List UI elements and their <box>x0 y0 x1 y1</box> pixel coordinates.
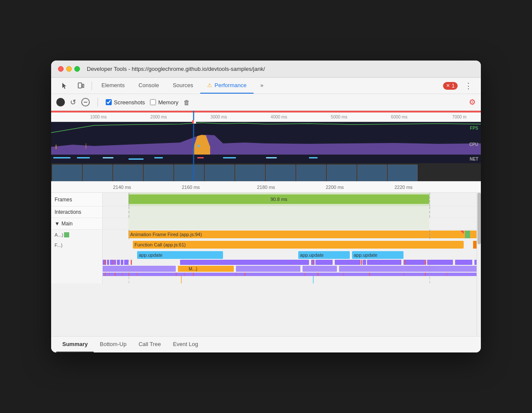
scrollbar-track[interactable] <box>477 193 481 336</box>
svg-rect-5 <box>86 143 86 149</box>
anim-frame-block[interactable]: Animation Frame Fired (app.js:94) <box>128 231 481 238</box>
memory-checkbox[interactable] <box>150 99 156 105</box>
screenshot-thumb <box>327 164 357 182</box>
ruler-mark-6000: 6000 ms <box>391 115 407 119</box>
detail-mark-2140: 2140 ms <box>113 185 131 190</box>
titlebar: Developer Tools - https://googlechrome.g… <box>51 61 481 78</box>
fps-chart <box>51 122 481 134</box>
anim-frame-row: A...) Animation Frame Fired (app.js:94) <box>51 230 481 240</box>
svg-rect-28 <box>404 260 425 265</box>
toolbar-divider-1 <box>92 82 92 90</box>
func-call-block[interactable]: Function Call (app.js:61) <box>133 241 464 249</box>
tab-event-log[interactable]: Event Log <box>167 337 204 352</box>
screenshots-checkbox[interactable] <box>106 99 112 105</box>
frames-content[interactable]: 90.8 ms <box>103 193 481 206</box>
net-track: NET <box>51 155 481 163</box>
more-tools-button[interactable]: ⋮ <box>461 79 476 92</box>
svg-rect-47 <box>109 273 110 276</box>
close-button[interactable] <box>58 66 64 72</box>
tracks-container: Frames 90.8 ms Interactions <box>51 193 481 336</box>
ruler-mark-2000: 2000 ms <box>150 115 167 119</box>
scrollbar-thumb[interactable] <box>477 193 481 244</box>
svg-rect-63 <box>446 273 447 276</box>
flame-dense-content[interactable]: M...) <box>103 260 481 283</box>
svg-rect-13 <box>266 157 277 158</box>
tab-performance[interactable]: ⚠ Performance <box>200 78 254 94</box>
v-dash-anim-right <box>429 230 430 239</box>
v-dash-anim-left <box>128 230 129 239</box>
bottom-tabs: Summary Bottom-Up Call Tree Event Log <box>51 336 481 352</box>
screenshots-checkbox-label[interactable]: Screenshots <box>106 99 145 106</box>
screenshots-label: Screenshots <box>114 99 145 106</box>
svg-rect-17 <box>110 260 113 265</box>
memory-checkbox-label[interactable]: Memory <box>150 99 178 106</box>
detail-mark-2220: 2220 ms <box>394 185 413 190</box>
app-update-3[interactable]: app.update <box>352 251 404 259</box>
svg-rect-22 <box>180 260 309 265</box>
error-x-icon: ✕ <box>446 83 450 88</box>
small-green-right <box>465 231 470 238</box>
ruler-mark-3000: 3000 ms <box>211 115 227 119</box>
anim-frame-content[interactable]: Animation Frame Fired (app.js:94) <box>103 230 481 239</box>
minimize-button[interactable] <box>66 66 72 72</box>
pointer-icon[interactable] <box>56 79 73 92</box>
tab-elements[interactable]: Elements <box>95 78 131 94</box>
tab-summary[interactable]: Summary <box>56 337 94 352</box>
record-button[interactable] <box>56 98 65 106</box>
stop-line <box>84 102 87 103</box>
svg-rect-54 <box>193 273 194 276</box>
svg-rect-51 <box>137 273 138 276</box>
stop-button[interactable] <box>81 98 90 106</box>
memory-label: Memory <box>158 99 178 106</box>
detail-area[interactable]: 2140 ms 2160 ms 2180 ms 2200 ms 2220 ms … <box>51 182 481 336</box>
warning-icon: ⚠ <box>207 82 212 88</box>
timeline-overview[interactable]: 1000 ms 2000 ms 3000 ms 4000 ms 5000 ms … <box>51 111 481 182</box>
svg-rect-44 <box>339 266 481 272</box>
tab-more[interactable]: » <box>254 78 270 94</box>
error-badge[interactable]: ✕ 1 <box>443 82 458 90</box>
tab-call-tree[interactable]: Call Tree <box>132 337 167 352</box>
detail-mark-2180: 2180 ms <box>257 185 275 190</box>
svg-rect-6 <box>53 157 70 158</box>
svg-rect-35 <box>313 260 314 265</box>
cpu-label: CPU <box>469 142 478 147</box>
svg-rect-46 <box>105 273 106 276</box>
svg-rect-37 <box>405 260 406 265</box>
svg-rect-27 <box>367 260 401 265</box>
screenshot-thumb <box>266 164 296 182</box>
func-call-content[interactable]: Function Call (app.js:61) <box>103 240 481 249</box>
device-icon[interactable] <box>73 79 89 92</box>
svg-rect-49 <box>122 273 122 276</box>
tab-bottom-up[interactable]: Bottom-Up <box>94 337 132 352</box>
app-update-label <box>51 250 103 260</box>
fps-label: FPS <box>470 126 478 131</box>
toolbar-right: ✕ 1 ⋮ <box>443 79 476 92</box>
settings-button[interactable]: ⚙ <box>469 97 476 107</box>
detail-mark-2160: 2160 ms <box>182 185 200 190</box>
screenshot-thumb <box>52 164 82 182</box>
frame-block[interactable]: 90.8 ms <box>128 194 429 204</box>
reload-button[interactable]: ↺ <box>70 98 76 107</box>
svg-rect-59 <box>343 273 344 276</box>
func-call-label: F...) <box>51 240 103 250</box>
net-chart <box>51 155 481 163</box>
tab-console[interactable]: Console <box>131 78 166 94</box>
maximize-button[interactable] <box>74 66 80 72</box>
svg-rect-36 <box>361 260 362 265</box>
svg-rect-42 <box>236 266 300 272</box>
svg-rect-48 <box>115 273 116 276</box>
svg-rect-10 <box>154 157 163 158</box>
v-dash-right <box>429 193 430 206</box>
app-update-1[interactable]: app.update <box>137 251 223 259</box>
clear-button[interactable]: 🗑 <box>183 99 190 106</box>
main-header-content[interactable] <box>103 218 481 229</box>
main-expand-icon[interactable]: ▼ <box>55 221 60 227</box>
v-dash-flame-right <box>429 260 430 283</box>
svg-rect-43 <box>303 266 337 272</box>
tab-sources[interactable]: Sources <box>166 78 200 94</box>
app-update-content[interactable]: app.update app.update app.update <box>103 250 481 260</box>
svg-rect-9 <box>128 158 144 160</box>
interactions-content[interactable] <box>103 206 481 218</box>
app-update-2[interactable]: app.update <box>298 251 350 259</box>
error-count: 1 <box>452 83 455 89</box>
